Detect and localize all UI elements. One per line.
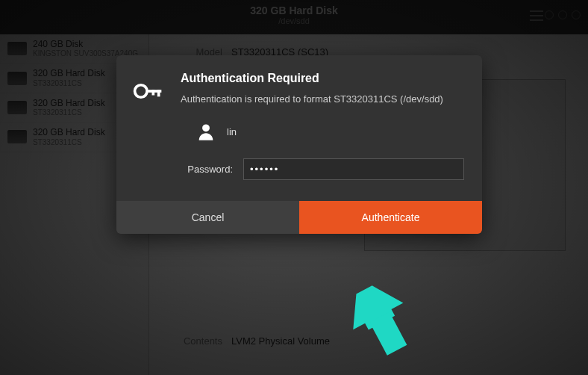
auth-dialog: Authentication Required Authentication i… <box>116 55 482 234</box>
dialog-title: Authentication Required <box>181 72 464 85</box>
dialog-message: Authentication is required to format ST3… <box>181 93 464 106</box>
username-label: lin <box>227 126 237 137</box>
cancel-button[interactable]: Cancel <box>116 201 299 234</box>
password-label: Password: <box>181 164 233 175</box>
svg-rect-3 <box>152 90 155 95</box>
user-icon <box>196 121 216 142</box>
svg-point-4 <box>202 125 210 132</box>
authenticate-button[interactable]: Authenticate <box>299 201 482 234</box>
password-input[interactable] <box>243 158 464 180</box>
svg-rect-2 <box>157 90 160 96</box>
key-icon <box>131 72 167 188</box>
svg-point-0 <box>135 85 148 98</box>
